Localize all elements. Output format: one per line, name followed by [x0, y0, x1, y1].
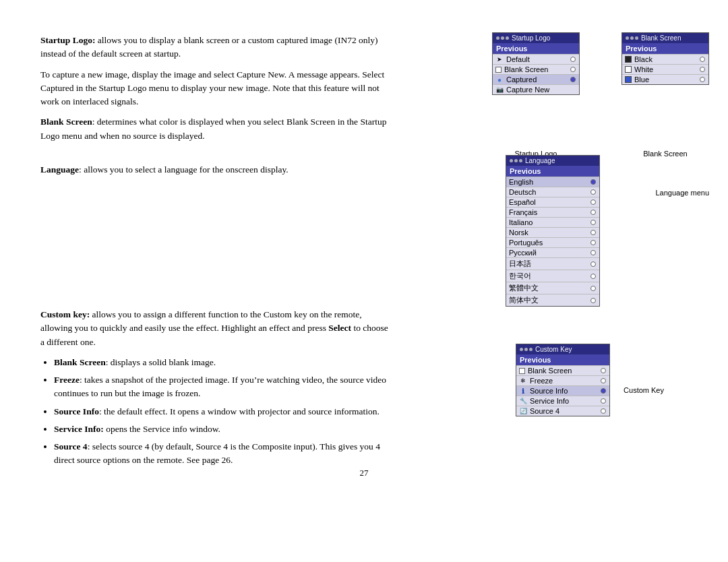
wrench-icon: 🔧 — [519, 397, 527, 405]
page-number: 27 — [0, 468, 728, 478]
blank-screen-title-bar: Blank Screen — [622, 33, 708, 43]
language-group: Language Previous English Deutsch Españo… — [506, 155, 600, 307]
paragraph-4: Language: allows you to select a languag… — [40, 163, 391, 177]
startup-logo-item-capture-new[interactable]: 📷 Capture New — [493, 84, 579, 94]
lang-menu-dots — [510, 159, 522, 162]
startup-logo-item-default[interactable]: ➤ Default — [493, 54, 579, 64]
paragraph-2: To capture a new image, display the imag… — [40, 68, 391, 109]
lang-item-trad-chinese[interactable]: 繁體中文 — [506, 282, 599, 294]
custom-key-title: Custom Key — [535, 346, 572, 353]
checkbox-blank — [495, 67, 502, 73]
blank-screen-title: Blank Screen — [641, 34, 681, 42]
lang-item-deutsch[interactable]: Deutsch — [506, 187, 599, 197]
blank-screen-previous[interactable]: Previous — [622, 43, 708, 54]
custom-key-item-service-info[interactable]: 🔧 Service Info — [516, 396, 609, 406]
radio-default — [570, 57, 576, 62]
language-title-bar: Language — [506, 156, 599, 166]
source4-icon: 🔄 — [519, 407, 527, 415]
main-text: Startup Logo: allows you to display a bl… — [40, 34, 391, 468]
radio-japanese — [590, 261, 596, 267]
lang-item-norsk[interactable]: Norsk — [506, 227, 599, 237]
custom-key-item-source4[interactable]: 🔄 Source 4 — [516, 406, 609, 416]
capture-new-icon: 📷 — [495, 86, 504, 94]
bullet-source-info: Source Info: the default effect. It open… — [54, 405, 391, 418]
page-content: Startup Logo: allows you to display a bl… — [0, 0, 728, 499]
dot-c2 — [524, 348, 528, 351]
lang-item-japanese[interactable]: 日本語 — [506, 257, 599, 270]
startup-logo-group: Startup Logo Previous ➤ Default Blank Sc… — [492, 32, 580, 95]
paragraph-3: Blank Screen: determines what color is d… — [40, 115, 391, 143]
custom-key-item-freeze[interactable]: ❄ Freeze — [516, 375, 609, 385]
lang-item-italiano[interactable]: Italiano — [506, 217, 599, 227]
lang-item-korean[interactable]: 한국어 — [506, 270, 599, 282]
radio-custom-source-info — [601, 388, 606, 394]
lang-item-francais[interactable]: Français — [506, 207, 599, 217]
radio-francais — [590, 210, 596, 215]
radio-trad-chinese — [590, 286, 596, 291]
blank-screen-group: Blank Screen Previous Black White Blue — [621, 32, 709, 85]
menu-dots — [496, 36, 509, 40]
info-icon: ℹ — [519, 387, 527, 395]
bullet-source-4: Source 4: selects source 4 (by default, … — [54, 440, 391, 468]
lang-item-russian[interactable]: Русский — [506, 247, 599, 257]
custom-key-item-source-info[interactable]: ℹ Source Info — [516, 385, 609, 396]
radio-italiano — [590, 220, 596, 225]
startup-logo-menu: Startup Logo Previous ➤ Default Blank Sc… — [492, 32, 580, 95]
blank-menu-dots — [626, 36, 638, 40]
dot-1 — [496, 36, 499, 40]
radio-captured — [570, 77, 576, 82]
captured-icon: ● — [495, 75, 504, 84]
language-menu-label: Language menu — [655, 189, 709, 197]
radio-black — [700, 57, 705, 62]
dot-2 — [501, 36, 504, 40]
custom-key-menu: Custom Key Previous Blank Screen ❄ Freez… — [516, 344, 610, 416]
radio-espanol — [590, 199, 596, 205]
paragraph-5: Custom key: allows you to assign a diffe… — [40, 308, 391, 349]
startup-logo-previous[interactable]: Previous — [493, 43, 579, 54]
radio-custom-blank — [601, 368, 606, 373]
radio-blue — [700, 77, 705, 82]
startup-logo-item-blank[interactable]: Blank Screen — [493, 64, 579, 74]
radio-norsk — [590, 230, 596, 235]
freeze-icon: ❄ — [519, 377, 527, 385]
lang-item-english[interactable]: English — [506, 177, 599, 187]
dot-b1 — [626, 36, 629, 40]
radio-custom-freeze — [601, 378, 606, 383]
arrow-icon: ➤ — [495, 55, 504, 63]
dot-l3 — [519, 159, 522, 162]
blank-screen-label: Blank Screen — [621, 150, 709, 158]
startup-logo-title: Startup Logo — [512, 34, 550, 42]
startup-logo-item-captured[interactable]: ● Captured — [493, 74, 579, 84]
custom-key-item-blank-screen[interactable]: Blank Screen — [516, 365, 609, 375]
custom-key-previous[interactable]: Previous — [516, 354, 609, 365]
lang-item-portugues[interactable]: Português — [506, 237, 599, 247]
white-swatch — [625, 66, 632, 73]
radio-custom-source4 — [601, 408, 606, 414]
blank-screen-item-white[interactable]: White — [622, 64, 708, 74]
startup-logo-heading: Startup Logo: — [40, 35, 95, 45]
blank-screen-menu: Blank Screen Previous Black White Blue — [621, 32, 709, 85]
lang-item-simp-chinese[interactable]: 简体中文 — [506, 294, 599, 306]
dot-b3 — [635, 36, 638, 40]
radio-portugues — [590, 240, 596, 245]
bullet-service-info: Service Info: opens the Service info win… — [54, 423, 391, 436]
custom-checkbox-blank — [519, 368, 525, 374]
blank-screen-item-blue[interactable]: Blue — [622, 74, 708, 84]
custom-menu-dots — [520, 348, 533, 351]
blank-screen-item-black[interactable]: Black — [622, 54, 708, 64]
dot-b2 — [630, 36, 634, 40]
custom-key-title-bar: Custom Key — [516, 344, 609, 354]
radio-russian — [590, 250, 596, 255]
dot-l2 — [514, 159, 518, 162]
dot-3 — [506, 36, 509, 40]
custom-key-heading: Custom key: — [40, 309, 90, 319]
bullet-freeze: Freeze: takes a snapshot of the projecte… — [54, 373, 391, 401]
radio-custom-service-info — [601, 398, 606, 404]
language-previous[interactable]: Previous — [506, 166, 599, 177]
language-heading: Language — [40, 164, 79, 175]
radio-simp-chinese — [590, 298, 596, 303]
lang-item-espanol[interactable]: Español — [506, 197, 599, 207]
language-menu: Language Previous English Deutsch Españo… — [506, 155, 600, 307]
radio-blank — [570, 67, 576, 72]
blue-swatch — [625, 76, 632, 83]
